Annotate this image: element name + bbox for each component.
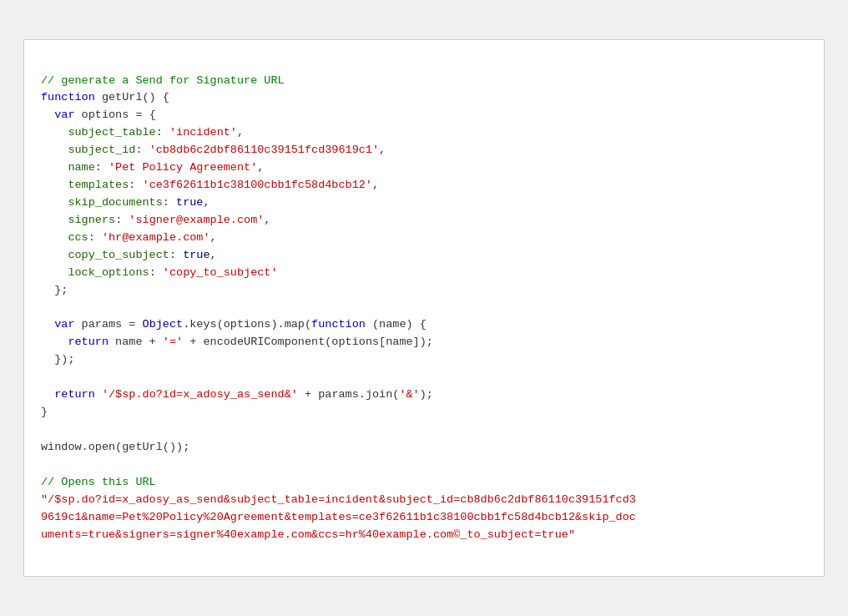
code-content: // generate a Send for Signature URL fun… <box>41 55 807 562</box>
prop-skip-documents: skip_documents <box>68 196 162 209</box>
comma-3: , <box>257 161 264 174</box>
prop-subject-table: subject_table <box>68 126 155 139</box>
indent-return <box>41 336 68 348</box>
comment-line-1: // generate a Send for Signature URL <box>41 74 285 87</box>
close-obj: }; <box>41 284 68 296</box>
fn-name-param: (name) { <box>366 318 427 331</box>
colon-4: : <box>129 179 142 191</box>
prop-indent-6 <box>41 214 68 226</box>
function-name: getUrl() { <box>95 91 169 104</box>
params-assign: params = <box>75 318 143 331</box>
prop-copy-to-subject: copy_to_subject <box>68 249 169 261</box>
prop-indent-1 <box>41 126 68 139</box>
colon-2: : <box>135 144 149 156</box>
val-true-2: true <box>183 249 209 261</box>
prop-signers: signers <box>68 214 115 226</box>
colon-3: : <box>95 161 109 174</box>
val-subject-id: 'cb8db6c2dbf86110c39151fcd39619c1' <box>149 144 379 156</box>
prop-indent-7 <box>41 231 68 244</box>
return-expr: name + <box>109 336 163 348</box>
close-map: }); <box>41 353 75 366</box>
val-name: 'Pet Policy Agreement' <box>109 161 257 174</box>
prop-name: name <box>68 161 94 174</box>
val-templates: 'ce3f62611b1c38100cbb1fc58d4bcb12' <box>143 179 372 191</box>
val-true-1: true <box>176 196 203 209</box>
prop-indent-3 <box>41 161 68 174</box>
prop-indent-9 <box>41 266 68 279</box>
colon-6: : <box>115 214 129 226</box>
prop-indent-2 <box>41 144 68 156</box>
options-equals: options = { <box>75 109 156 121</box>
window-open-line: window.open(getUrl()); <box>41 441 189 453</box>
keyword-function: function <box>41 91 95 104</box>
keyword-var-1: var <box>54 109 74 121</box>
val-incident: 'incident' <box>169 126 237 139</box>
prop-lock-options: lock_options <box>68 266 149 279</box>
builtin-object: Object <box>143 318 184 331</box>
colon-7: : <box>88 231 102 244</box>
comma-4: , <box>372 179 379 191</box>
colon-1: : <box>156 126 169 139</box>
prop-ccs: ccs <box>68 231 88 244</box>
colon-9: : <box>149 266 163 279</box>
keyword-var-2: var <box>54 318 74 331</box>
indent-params <box>41 318 54 331</box>
comma-2: , <box>379 144 386 156</box>
str-url-base: '/$sp.do?id=x_adosy_as_send&' <box>102 388 298 401</box>
val-lock-options: 'copy_to_subject' <box>163 266 278 279</box>
val-ccs: 'hr@example.com' <box>102 231 210 244</box>
colon-5: : <box>163 196 176 209</box>
url-result: "/$sp.do?id=x_adosy_as_send&subject_tabl… <box>41 493 636 541</box>
keyword-function-2: function <box>311 318 366 331</box>
comment-opens-url: // Opens this URL <box>41 476 156 488</box>
close-join: ); <box>420 388 433 401</box>
val-signers: 'signer@example.com' <box>129 214 264 226</box>
prop-indent-4 <box>41 179 68 191</box>
prop-subject-id: subject_id <box>68 144 135 156</box>
prop-templates: templates <box>68 179 129 191</box>
indent-2 <box>41 109 54 121</box>
colon-8: : <box>169 249 183 261</box>
comma-8: , <box>210 249 217 261</box>
keyword-return: return <box>68 336 109 348</box>
prop-indent-8 <box>41 249 68 261</box>
plus-params-join: + params.join( <box>298 388 400 401</box>
indent-return2 <box>41 388 54 401</box>
plus-encode: + encodeURIComponent(options[name]); <box>183 336 433 348</box>
comma-1: , <box>237 126 244 139</box>
prop-indent-5 <box>41 196 68 209</box>
comma-7: , <box>210 231 217 244</box>
comma-6: , <box>264 214 270 226</box>
dot-keys: .keys(options).map( <box>183 318 311 331</box>
comma-5: , <box>203 196 209 209</box>
keyword-return-2: return <box>54 388 95 401</box>
return-url-start <box>95 388 102 401</box>
str-ampersand: '&' <box>399 388 419 401</box>
code-block-container: // generate a Send for Signature URL fun… <box>23 39 825 578</box>
str-equals: '=' <box>163 336 183 348</box>
close-function: } <box>41 406 48 418</box>
